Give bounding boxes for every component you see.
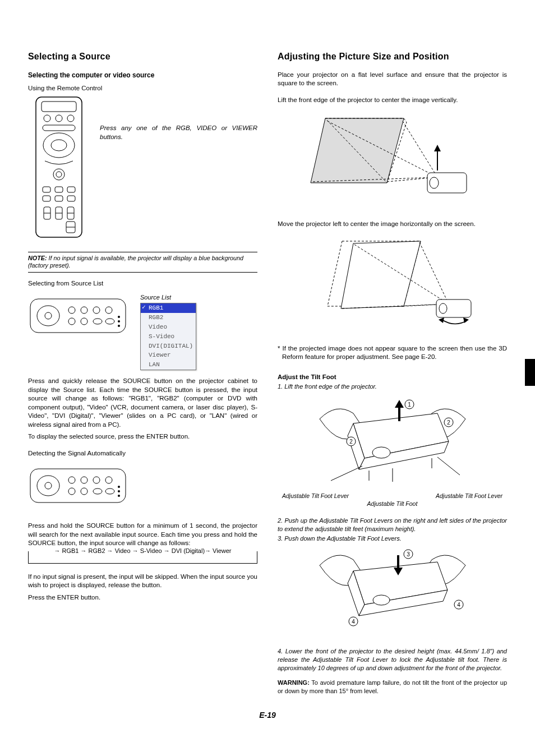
text-if-no-input: If no input signal is present, the input… (28, 573, 257, 590)
left-column: Selecting a Source Selecting the compute… (28, 50, 257, 699)
svg-marker-76 (395, 400, 404, 408)
svg-point-59 (430, 177, 439, 188)
figure-horizontal-center (278, 234, 507, 335)
label-tilt-lever-right: Adjustable Tilt Foot Lever (436, 492, 502, 500)
svg-point-86 (373, 595, 390, 605)
svg-point-36 (118, 320, 120, 322)
remote-illustration (28, 96, 90, 242)
source-item-dvi: DVI(DIGITAL) (141, 342, 196, 351)
heading-adjusting: Adjusting the Picture Size and Position (278, 50, 507, 63)
heading-adjust-tilt: Adjust the Tilt Foot (278, 373, 507, 382)
right-column: Adjusting the Picture Size and Position … (278, 50, 507, 699)
svg-point-51 (118, 495, 120, 497)
text-if-not-square: * If the projected image does not appear… (278, 344, 507, 362)
page-number: E-19 (28, 710, 507, 721)
svg-point-49 (118, 486, 120, 488)
svg-point-37 (118, 325, 120, 327)
figure-vertical-center (278, 110, 507, 211)
svg-text:4: 4 (457, 602, 460, 608)
remote-caption: Press any one of the RGB, VIDEO or VIEWE… (100, 124, 257, 141)
text-lift-front: Lift the front edge of the projector to … (278, 96, 507, 105)
source-list-row: Source List RGB1 RGB2 Video S-Video DVI(… (28, 293, 257, 370)
note-block: NOTE: If no input signal is available, t… (28, 252, 257, 273)
note-text: If no input signal is available, the pro… (28, 255, 243, 269)
source-item-video: Video (141, 322, 196, 332)
figure-tilt-foot-up: 1 2 2 Adjustable Tilt Foot Lever Adjusta… (278, 397, 507, 508)
source-item-lan: LAN (141, 360, 196, 370)
note-label: NOTE: (28, 255, 47, 261)
svg-point-69 (439, 303, 447, 314)
source-item-svideo: S-Video (141, 332, 196, 342)
text-using-remote: Using the Remote Control (28, 84, 257, 93)
flow-box: → RGB1 → RGB2 → Video → S-Video → DVI (D… (28, 551, 257, 564)
step-2: 2. Push up the Adjustable Tilt Foot Leve… (278, 517, 507, 533)
subheading-selecting-computer: Selecting the computer or video source (28, 71, 257, 80)
svg-point-50 (118, 490, 120, 492)
svg-text:2: 2 (447, 420, 450, 426)
svg-line-84 (331, 466, 362, 481)
source-item-viewer: Viewer (141, 351, 196, 360)
control-panel-illustration-2 (28, 463, 257, 513)
flow-sequence: → RGB1 → RGB2 → Video → S-Video → DVI (D… (32, 547, 253, 555)
warning-label: WARNING: (278, 679, 310, 686)
label-tilt-lever-left: Adjustable Tilt Foot Lever (282, 492, 349, 500)
svg-marker-63 (341, 241, 421, 308)
text-to-display: To display the selected source, press th… (28, 432, 257, 441)
label-tilt-foot: Adjustable Tilt Foot (367, 500, 418, 508)
svg-text:2: 2 (349, 439, 353, 445)
page-columns: Selecting a Source Selecting the compute… (28, 50, 507, 699)
text-selecting-from-list: Selecting from Source List (28, 279, 257, 288)
text-detecting: Detecting the Signal Automatically (28, 449, 257, 458)
svg-text:3: 3 (407, 551, 410, 557)
svg-line-65 (419, 242, 449, 304)
text-place: Place your projector on a flat level sur… (278, 71, 507, 88)
svg-line-83 (437, 457, 460, 475)
source-list: Source List RGB1 RGB2 Video S-Video DVI(… (140, 293, 196, 370)
svg-line-55 (403, 121, 437, 177)
warning: WARNING: To avoid premature lamp failure… (278, 679, 507, 695)
step-4: 4. Lower the front of the projector to t… (278, 647, 507, 672)
source-item-rgb2: RGB2 (141, 313, 196, 322)
text-press-enter: Press the ENTER button. (28, 593, 257, 602)
control-panel-illustration-1 (28, 293, 129, 345)
figure-tilt-foot-down: 3 4 4 (278, 548, 507, 638)
source-list-title: Source List (140, 293, 196, 302)
svg-marker-70 (439, 317, 444, 323)
side-tab (525, 359, 535, 386)
svg-marker-61 (434, 145, 441, 151)
svg-point-35 (118, 316, 120, 318)
svg-text:4: 4 (352, 619, 355, 625)
svg-marker-52 (311, 118, 404, 183)
step-3: 3. Push down the Adjustable Tilt Foot Le… (278, 534, 507, 543)
text-press-hold: Press and hold the SOURCE button for a m… (28, 522, 257, 548)
source-list-box: RGB1 RGB2 Video S-Video DVI(DIGITAL) Vie… (140, 303, 196, 370)
text-move-left: Move the projector left to center the im… (278, 220, 507, 229)
step-1: 1. Lift the front edge of the projector. (278, 382, 507, 391)
warning-text: To avoid premature lamp failure, do not … (278, 679, 507, 694)
svg-rect-0 (36, 97, 82, 237)
heading-selecting-source: Selecting a Source (28, 50, 257, 63)
remote-row: Press any one of the RGB, VIDEO or VIEWE… (28, 96, 257, 242)
text-press-release: Press and quickly release the SOURCE but… (28, 377, 257, 429)
svg-text:1: 1 (408, 402, 411, 408)
source-item-rgb1: RGB1 (141, 303, 196, 313)
svg-point-72 (372, 447, 390, 458)
